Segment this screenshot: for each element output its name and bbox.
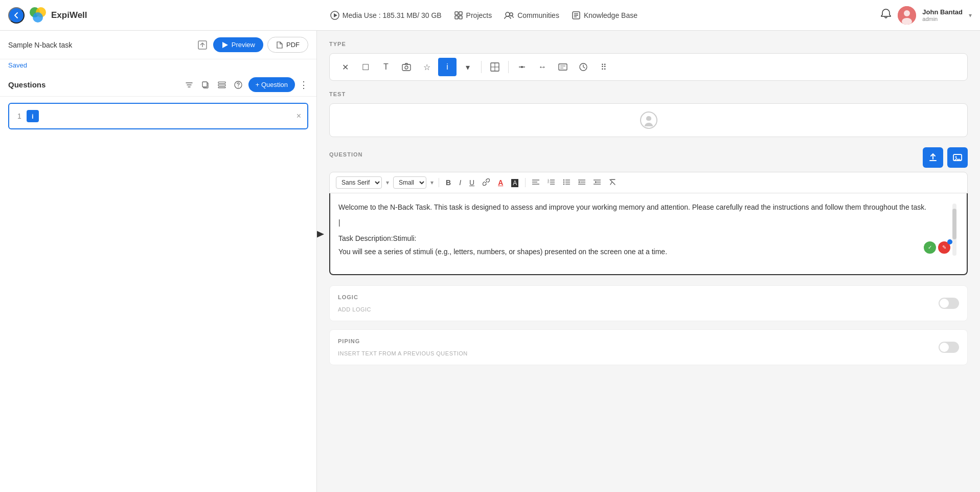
- bold-button[interactable]: B: [443, 177, 453, 188]
- add-question-button[interactable]: + Question: [248, 77, 295, 92]
- font-highlight-button[interactable]: A: [509, 177, 521, 188]
- knowledge-base-nav[interactable]: Knowledge Base: [572, 11, 637, 20]
- type-expand-button[interactable]: [554, 58, 572, 76]
- question-text-cursor: |: [338, 217, 948, 228]
- image-insert-button[interactable]: [947, 147, 968, 168]
- logic-section-label: LOGIC: [338, 294, 371, 300]
- media-use-nav[interactable]: Media Use : 185.31 MB/ 30 GB: [330, 11, 442, 20]
- pdf-button[interactable]: PDF: [267, 37, 308, 53]
- type-section: TYPE ✕ ☐ T ☆ i: [329, 41, 968, 81]
- help-button[interactable]: [232, 79, 244, 91]
- clock-icon: [579, 62, 588, 72]
- type-separator-button[interactable]: [513, 58, 531, 76]
- saved-status: Saved: [0, 59, 316, 73]
- question-close-button[interactable]: ×: [297, 111, 301, 121]
- question-content-wrapper: Welcome to the N-Back Task. This task is…: [329, 193, 968, 275]
- scrollbar[interactable]: [952, 204, 956, 256]
- svg-rect-19: [218, 82, 225, 83]
- svg-point-48: [563, 182, 564, 183]
- question-text-line4: You will see a series of stimuli (e.g., …: [338, 246, 948, 257]
- logic-section: LOGIC ADD LOGIC: [329, 285, 968, 321]
- top-navigation: ExpiWell Media Use : 185.31 MB/ 30 GB Pr…: [0, 0, 980, 31]
- type-divider2: [508, 61, 509, 73]
- copy-icon: [201, 81, 210, 89]
- more-options-button[interactable]: ⋮: [299, 79, 308, 91]
- svg-rect-5: [455, 12, 458, 15]
- type-clock-button[interactable]: [574, 58, 592, 76]
- questions-header: Questions: [0, 73, 316, 97]
- copy-questions-button[interactable]: [199, 79, 212, 91]
- test-preview-icon: [639, 110, 659, 130]
- questions-label: Questions: [8, 80, 179, 89]
- question-section: QUESTION: [329, 147, 968, 275]
- scroll-thumb: [952, 209, 956, 239]
- svg-point-10: [510, 13, 513, 16]
- clear-format-button[interactable]: [606, 177, 619, 189]
- type-arrow-button[interactable]: ↔: [533, 58, 552, 76]
- font-size-arrow: ▾: [429, 179, 435, 186]
- link-button[interactable]: [480, 177, 492, 189]
- arrow-indicator: [317, 227, 324, 242]
- type-more-dropdown[interactable]: ▾: [459, 58, 477, 76]
- share-icon: [198, 40, 207, 50]
- type-text-button[interactable]: T: [377, 58, 395, 76]
- projects-nav[interactable]: Projects: [454, 11, 492, 20]
- table-icon: [490, 62, 499, 72]
- font-family-select[interactable]: Sans Serif: [336, 176, 382, 189]
- user-dropdown-arrow[interactable]: ▾: [969, 12, 972, 19]
- sort-button[interactable]: [183, 79, 195, 91]
- italic-button[interactable]: I: [457, 177, 464, 188]
- back-button[interactable]: [8, 7, 25, 24]
- align-left-button[interactable]: [530, 177, 542, 188]
- type-checkbox-button[interactable]: ☐: [356, 58, 375, 76]
- right-panel: TYPE ✕ ☐ T ☆ i: [317, 31, 980, 492]
- type-image-button[interactable]: [397, 58, 416, 76]
- upload-button[interactable]: [923, 147, 943, 168]
- knowledge-base-icon: [572, 11, 581, 20]
- indent-decrease-icon: [578, 179, 585, 185]
- communities-nav[interactable]: Communities: [504, 11, 559, 20]
- svg-point-13: [904, 10, 910, 16]
- separator-icon: [517, 62, 527, 72]
- expiwell-logo: [29, 6, 47, 25]
- question-text-line3: Task Description:Stimuli:: [338, 233, 948, 244]
- type-dots-button[interactable]: ⠿: [595, 58, 613, 76]
- svg-marker-4: [334, 13, 337, 17]
- svg-rect-6: [459, 12, 462, 15]
- type-info-button[interactable]: i: [438, 58, 457, 76]
- image-icon: [952, 152, 963, 163]
- preview-button[interactable]: Preview: [213, 37, 263, 52]
- font-size-select[interactable]: Small: [393, 176, 426, 189]
- type-x-button[interactable]: ✕: [336, 58, 354, 76]
- svg-rect-20: [218, 84, 225, 86]
- ordered-list-icon: 1. 2.: [548, 179, 555, 185]
- test-preview-box: [329, 103, 968, 137]
- test-section: TEST: [329, 91, 968, 137]
- projects-icon: [454, 11, 463, 20]
- indent-decrease-button[interactable]: [576, 177, 588, 188]
- align-left-icon: [532, 179, 539, 185]
- question-content-area[interactable]: Welcome to the N-Back Task. This task is…: [329, 193, 968, 275]
- indent-increase-button[interactable]: [591, 177, 603, 188]
- piping-toggle[interactable]: [939, 342, 959, 353]
- svg-rect-21: [218, 87, 225, 88]
- unordered-list-button[interactable]: [560, 177, 573, 188]
- link-icon: [483, 178, 490, 186]
- question-text-line1: Welcome to the N-Back Task. This task is…: [338, 202, 948, 213]
- type-table-button[interactable]: [486, 58, 504, 76]
- collab-badge-red: ✎: [938, 241, 950, 254]
- clear-format-icon: [609, 178, 616, 186]
- svg-rect-7: [455, 16, 458, 19]
- list-button[interactable]: [216, 79, 228, 91]
- font-color-button[interactable]: A: [495, 177, 506, 188]
- ordered-list-button[interactable]: 1. 2.: [545, 177, 557, 188]
- notifications-bell[interactable]: [880, 8, 892, 22]
- question-item[interactable]: 1 i ×: [8, 103, 308, 129]
- share-button[interactable]: [196, 38, 209, 52]
- logic-toggle[interactable]: [939, 298, 959, 309]
- type-star-button[interactable]: ☆: [418, 58, 436, 76]
- unordered-list-icon: [563, 179, 570, 185]
- piping-section: PIPING INSERT TEXT FROM A PREVIOUS QUEST…: [329, 329, 968, 365]
- user-avatar[interactable]: [898, 6, 916, 25]
- underline-button[interactable]: U: [467, 177, 477, 188]
